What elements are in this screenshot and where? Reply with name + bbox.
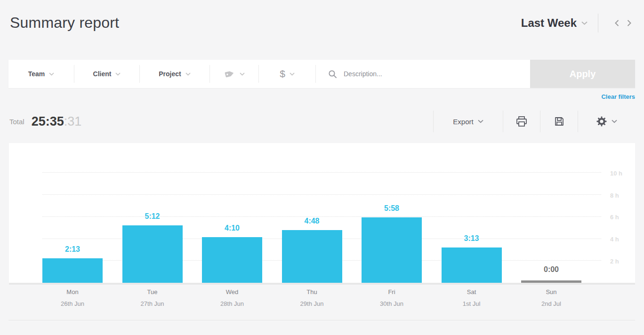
filter-bar: Team Client Project $ Apply	[8, 60, 635, 88]
bar-value-label: 0:00	[521, 265, 581, 274]
date-range-group: Last Week	[521, 14, 635, 32]
chevron-down-icon	[115, 72, 121, 76]
bar[interactable]	[282, 230, 342, 283]
day-name: Sun	[521, 288, 581, 295]
bar[interactable]	[42, 258, 103, 283]
y-axis-tick-label: 8 h	[610, 191, 632, 199]
save-report-button[interactable]	[540, 109, 578, 134]
dollar-icon: $	[280, 68, 285, 80]
total-label: Total	[9, 118, 24, 126]
day-date: 28th Jun	[202, 300, 262, 307]
day-name: Tue	[122, 288, 183, 295]
y-axis-tick-label: 2 h	[610, 257, 632, 264]
report-toolbar: Export	[433, 109, 635, 134]
chevron-left-icon	[615, 20, 619, 26]
description-search-input[interactable]	[344, 70, 485, 78]
client-filter-label: Client	[93, 70, 112, 78]
gridline	[42, 172, 601, 173]
team-filter-label: Team	[28, 70, 45, 78]
page-title: Summary report	[10, 14, 119, 32]
printer-icon	[515, 116, 528, 127]
chevron-down-icon	[185, 72, 191, 76]
x-axis-label: Thu29th Jun	[282, 288, 342, 307]
bar[interactable]	[442, 247, 502, 283]
tag-filter-dropdown[interactable]	[210, 60, 258, 88]
chart-x-axis-labels: Mon26th JunTue27th JunWed28th JunThu29th…	[9, 285, 635, 318]
day-date: 29th Jun	[282, 300, 342, 307]
day-name: Sat	[442, 288, 502, 295]
y-axis-tick-label: 6 h	[610, 214, 632, 221]
bar[interactable]	[202, 237, 262, 283]
chevron-right-icon	[627, 20, 631, 26]
chevron-down-icon	[49, 72, 54, 76]
total-seconds: :31	[64, 114, 82, 129]
total-time: Total 25:35 :31	[9, 109, 81, 134]
day-name: Thu	[282, 288, 342, 295]
day-date: 1st Jul	[442, 300, 502, 307]
divider	[8, 320, 635, 320]
search-icon	[328, 70, 337, 79]
x-axis-label: Sun2nd Jul	[521, 288, 581, 307]
bar-value-label: 3:13	[442, 234, 502, 243]
billable-filter-dropdown[interactable]: $	[259, 60, 315, 88]
next-period-button[interactable]	[623, 17, 635, 29]
client-filter-dropdown[interactable]: Client	[74, 60, 139, 88]
date-range-selector[interactable]: Last Week	[521, 16, 588, 30]
summary-bar-chart: 2 h4 h6 h8 h10 h2:135:124:104:485:583:13…	[9, 143, 635, 318]
clear-filters-link[interactable]: Clear filters	[601, 93, 635, 100]
day-name: Fri	[362, 288, 422, 295]
y-axis-tick-label: 10 h	[610, 169, 632, 176]
day-date: 2nd Jul	[521, 300, 581, 307]
bar[interactable]	[122, 225, 183, 283]
project-filter-dropdown[interactable]: Project	[140, 60, 209, 88]
summary-toolbar-row: Total 25:35 :31 Export	[0, 109, 644, 134]
date-range-label: Last Week	[521, 16, 577, 30]
settings-dropdown[interactable]	[578, 109, 635, 134]
prev-period-button[interactable]	[611, 17, 623, 29]
x-axis-label: Fri30th Jun	[362, 288, 422, 307]
bar-value-label: 5:58	[362, 204, 422, 213]
day-name: Mon	[42, 288, 103, 295]
y-axis-tick-label: 4 h	[610, 236, 632, 243]
export-dropdown[interactable]: Export	[434, 109, 503, 134]
save-icon	[554, 116, 564, 127]
bar[interactable]	[521, 280, 581, 283]
chevron-down-icon	[612, 120, 617, 123]
bar-value-label: 2:13	[42, 245, 103, 254]
apply-button[interactable]: Apply	[530, 60, 635, 88]
chevron-down-icon	[290, 72, 295, 76]
chart-plot: 2 h4 h6 h8 h10 h2:135:124:104:485:583:13…	[9, 143, 635, 283]
tag-icon	[224, 69, 235, 79]
project-filter-label: Project	[159, 70, 181, 78]
day-date: 27th Jun	[122, 300, 183, 307]
bar[interactable]	[362, 217, 422, 283]
bar-value-label: 4:48	[282, 217, 342, 225]
x-axis-label: Wed28th Jun	[202, 288, 262, 307]
team-filter-dropdown[interactable]: Team	[8, 60, 74, 88]
bar-value-label: 4:10	[202, 224, 262, 232]
x-axis-label: Mon26th Jun	[42, 288, 103, 307]
bar-value-label: 5:12	[122, 212, 183, 221]
total-hours-minutes: 25:35	[32, 114, 64, 129]
chevron-down-icon	[478, 120, 483, 123]
divider	[598, 14, 598, 32]
day-date: 30th Jun	[362, 300, 422, 307]
print-button[interactable]	[503, 109, 540, 134]
chevron-down-icon	[240, 72, 245, 76]
gridline	[42, 194, 601, 195]
x-axis-label: Tue27th Jun	[122, 288, 183, 307]
day-name: Wed	[202, 288, 262, 295]
export-label: Export	[453, 118, 473, 126]
gear-icon	[596, 116, 607, 127]
x-axis-label: Sat1st Jul	[442, 288, 502, 307]
day-date: 26th Jun	[42, 300, 103, 307]
description-search	[316, 60, 530, 88]
chevron-down-icon	[581, 21, 588, 25]
